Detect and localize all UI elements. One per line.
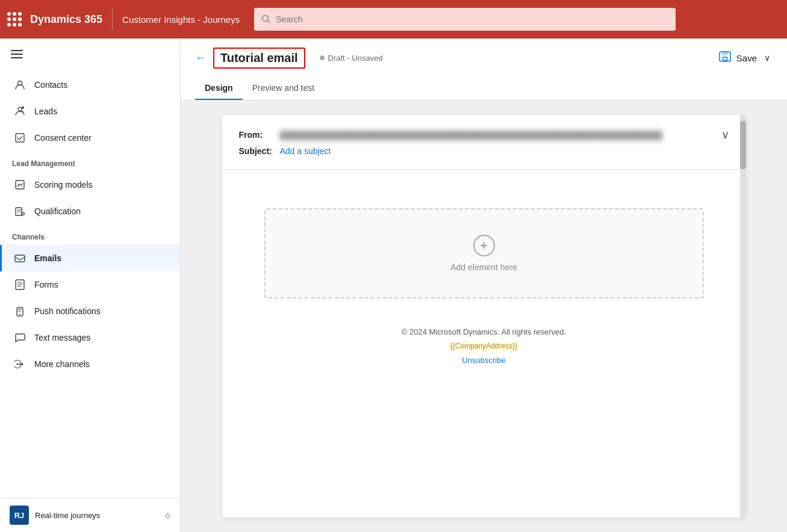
email-footer: © 2024 Microsoft Dynamics. All rights re… [402,313,566,391]
tab-preview-label: Preview and test [252,83,315,93]
unsubscribe-link[interactable]: Unsubscribe [462,356,505,365]
content-tabs: Design Preview and test [195,77,773,100]
sidebar-item-leads[interactable]: Leads [0,98,180,125]
sidebar-item-consent-label: Consent center [34,133,92,143]
real-time-journeys-button[interactable]: RJ Real-time journeys ◇ [0,498,180,532]
content-header: ← Tutorial email Draft - Unsaved [181,39,787,101]
save-button[interactable]: Save [734,53,759,63]
email-icon [14,252,26,264]
tab-preview-and-test[interactable]: Preview and test [243,77,325,100]
svg-rect-2 [11,50,23,51]
real-time-journeys-label: Real-time journeys [35,511,159,520]
topbar: Dynamics 365 Customer Insights - Journey… [0,0,787,39]
qualification-icon [14,205,26,217]
sidebar-item-push-label: Push notifications [34,306,101,316]
forms-icon [14,279,26,291]
search-icon [261,14,271,24]
sidebar-item-more-channels-label: More channels [34,359,90,369]
add-subject-link[interactable]: Add a subject [280,146,331,156]
draft-status: Draft - Unsaved [320,54,383,63]
person-icon [14,79,26,91]
brand-name: Dynamics 365 [30,13,102,26]
tab-design-label: Design [205,83,233,93]
svg-rect-3 [11,54,23,55]
svg-rect-12 [15,255,25,262]
svg-rect-4 [11,57,23,58]
rj-avatar: RJ [10,506,29,525]
sidebar-item-qualification[interactable]: Qualification [0,198,180,224]
email-fields: From: ██████████████████████████████████… [222,115,746,170]
sidebar-item-contacts[interactable]: Contacts [0,72,180,98]
subject-field-row: Subject: Add a subject [239,144,729,158]
email-designer: From: ██████████████████████████████████… [181,101,787,532]
module-name: Customer Insights - Journeys [122,14,240,25]
push-icon [14,305,26,317]
company-address-tag: {{CompanyAddress}} [448,341,520,351]
sidebar-item-contacts-label: Contacts [34,80,67,90]
email-body: + Add element here © 2024 Microsoft Dyna… [222,170,746,420]
svg-point-15 [19,314,20,315]
add-element-text: Add element here [450,262,517,272]
topbar-divider [112,8,113,30]
search-input[interactable] [276,14,668,24]
scoring-icon [14,179,26,191]
chevron-icon: ◇ [165,511,170,519]
page-title: Tutorial email [220,51,298,64]
avatar-initials: RJ [14,511,25,520]
svg-point-16 [17,363,19,365]
leads-icon [14,105,26,117]
from-label: From: [239,130,275,140]
draft-dot [320,55,325,60]
app-launcher-icon[interactable] [7,12,22,26]
more-channels-icon [14,358,26,370]
save-section: Save ∨ [718,51,773,66]
draft-status-text: Draft - Unsaved [328,54,383,63]
sidebar-item-qualification-label: Qualification [34,206,81,216]
content-header-top: ← Tutorial email Draft - Unsaved [195,39,773,77]
hamburger-button[interactable] [0,39,180,72]
svg-rect-22 [723,57,727,60]
sidebar-nav: Contacts Leads [0,72,180,387]
save-icon [718,51,732,66]
main-layout: Contacts Leads [0,39,787,532]
sidebar-item-push-notifications[interactable]: Push notifications [0,298,180,324]
sidebar-item-forms[interactable]: Forms [0,271,180,298]
svg-line-1 [268,21,270,23]
footer-copyright: © 2024 Microsoft Dynamics. All rights re… [402,325,566,339]
sidebar-item-more-channels[interactable]: More channels [0,351,180,377]
canvas-scrollbar-thumb [740,121,746,169]
tab-design[interactable]: Design [195,77,243,100]
canvas-scrollbar[interactable] [740,115,746,518]
sidebar-item-text-messages[interactable]: Text messages [0,324,180,351]
sidebar-item-text-label: Text messages [34,333,90,342]
svg-point-17 [19,363,21,365]
sidebar-item-forms-label: Forms [34,280,58,289]
subject-label: Subject: [239,146,275,156]
add-element-box[interactable]: + Add element here [264,208,704,298]
from-value: ████████████████████████████████████████… [280,131,721,140]
sidebar-item-emails[interactable]: Emails [0,245,180,271]
save-dropdown-icon[interactable]: ∨ [762,53,773,63]
from-field-row: From: ██████████████████████████████████… [239,126,729,144]
sidebar-item-leads-label: Leads [34,107,57,116]
lead-management-header: Lead Management [0,151,180,172]
channels-header: Channels [0,224,180,245]
text-message-icon [14,332,26,344]
add-element-plus-icon: + [473,235,495,256]
search-bar[interactable] [254,8,676,31]
page-title-box: Tutorial email [213,48,305,69]
content-area: ← Tutorial email Draft - Unsaved [181,39,787,532]
sidebar: Contacts Leads [0,39,181,532]
sidebar-item-consent-center[interactable]: Consent center [0,125,180,151]
email-canvas: From: ██████████████████████████████████… [222,115,746,518]
svg-point-7 [22,107,24,109]
svg-rect-21 [722,52,728,55]
consent-icon [14,132,26,144]
svg-rect-8 [16,134,24,142]
sidebar-item-scoring-label: Scoring models [34,180,93,190]
svg-point-6 [18,107,22,111]
sidebar-item-emails-label: Emails [34,253,61,263]
fields-chevron-icon[interactable]: ∨ [721,128,729,141]
back-button[interactable]: ← [195,52,206,64]
sidebar-item-scoring-models[interactable]: Scoring models [0,172,180,198]
